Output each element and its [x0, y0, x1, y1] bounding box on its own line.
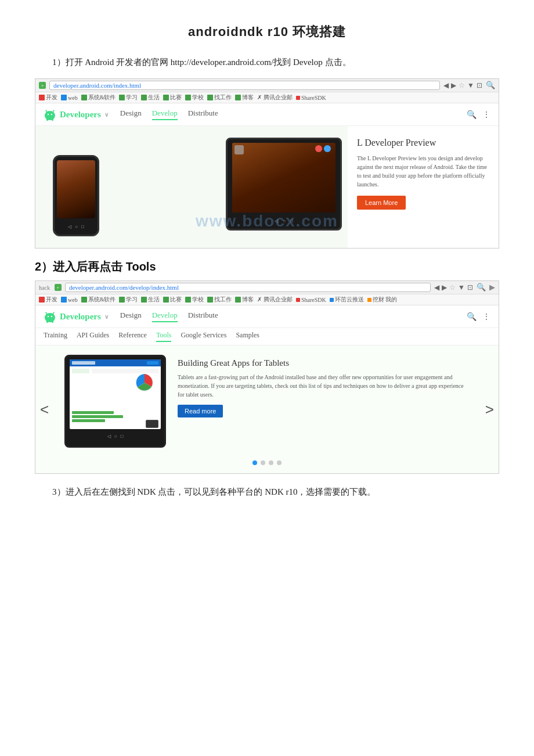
url-box-2[interactable]: developer.android.com/develop/index.html — [65, 283, 431, 292]
bookmark-blog-2[interactable]: 博客 — [235, 296, 254, 304]
menu-icon[interactable]: ▼ — [467, 81, 474, 90]
bookmark-learn-2[interactable]: 学习 — [119, 296, 138, 304]
svg-point-10 — [48, 316, 49, 317]
phone-screen-1 — [57, 160, 95, 218]
page-title: androidndk r10 环境搭建 — [35, 23, 499, 41]
hero-text-1: L Developer Preview The L Developer Prev… — [348, 126, 499, 248]
bookmark-life[interactable]: 生活 — [141, 93, 160, 102]
learn-more-button[interactable]: Learn More — [357, 196, 406, 210]
prev-button[interactable]: < — [40, 401, 49, 419]
hero-description-2: Tablets are a fast-growing part of the A… — [178, 373, 470, 399]
nav-forward-icon[interactable]: ▶ — [451, 81, 456, 90]
svg-rect-14 — [46, 321, 48, 323]
bookmark-sys-2[interactable]: 系统&软件 — [81, 296, 116, 304]
bookmark-work[interactable]: 找工作 — [207, 93, 232, 102]
svg-rect-15 — [52, 321, 53, 323]
browser-icons-1: ◀ ▶ ☆ ▼ ⊡ — [443, 81, 482, 90]
bookmark-wacai[interactable]: 挖财 我的 — [367, 296, 398, 304]
browser-bar-1: + developer.android.com/index.html ◀ ▶ ☆… — [35, 79, 499, 92]
dot-4[interactable] — [277, 460, 282, 465]
read-more-button[interactable]: Read more — [178, 405, 223, 417]
bookmark-star-icon[interactable]: ☆ — [459, 81, 465, 90]
step-2-heading: 2）进入后再点击 Tools — [35, 259, 499, 275]
pie-chart — [133, 371, 156, 394]
browser-icons-2: ◀ ▶ ☆ ▼ ⊡ — [434, 283, 473, 292]
dot-3[interactable] — [269, 460, 273, 465]
search-icon-2[interactable]: 🔍 — [477, 283, 486, 292]
bookmark-contest-2[interactable]: 比赛 — [163, 296, 182, 304]
dev-nav-1: Developers ∨ Design Develop Distribute 🔍… — [35, 103, 499, 126]
search-icon-nav-2[interactable]: 🔍 — [467, 312, 477, 322]
bookmark-dev-2[interactable]: 开发 — [39, 296, 57, 304]
url-box-1[interactable]: developer.android.com/index.html — [49, 81, 440, 90]
nav-back-icon[interactable]: ◀ — [443, 81, 449, 90]
nav-develop-2[interactable]: Develop — [152, 311, 178, 322]
tablet-screenshot-2: ◁ ○ □ — [64, 355, 166, 448]
developers-text-2: Developers — [60, 312, 101, 322]
svg-line-13 — [53, 312, 54, 314]
developers-text-1: Developers — [60, 110, 101, 120]
subnav-google-services[interactable]: Google Services — [181, 331, 226, 342]
bookmark-blog[interactable]: 博客 — [235, 93, 254, 102]
phone-home-bar: ◁○□ — [55, 222, 98, 232]
bookmarks-bar-2: 开发 web 系统&软件 学习 生活 比赛 学校 找工作 — [35, 294, 499, 305]
bookmark-web-2[interactable]: web — [61, 296, 78, 304]
android-icon-2 — [44, 310, 56, 323]
nav-distribute-2[interactable]: Distribute — [188, 311, 218, 322]
bookmark-star-icon-2[interactable]: ☆ — [449, 283, 456, 292]
hero-description-1: The L Developer Preview lets you design … — [357, 154, 489, 189]
bookmark-share-2[interactable]: ShareSDK — [296, 296, 326, 304]
bookmark-tencent[interactable]: ✗ 腾讯企业邮 — [257, 93, 293, 102]
svg-point-11 — [51, 316, 52, 317]
svg-point-3 — [51, 114, 52, 115]
bookmark-web[interactable]: web — [61, 93, 78, 102]
dot-2[interactable] — [261, 460, 265, 465]
nav-back-icon-2[interactable]: ◀ — [434, 283, 439, 292]
nav-forward-icon-2[interactable]: ▶ — [442, 283, 447, 292]
bookmark-sys[interactable]: 系统&软件 — [81, 93, 116, 102]
search-icon-1[interactable]: 🔍 — [486, 81, 495, 90]
bookmark-share[interactable]: ShareSDK — [296, 93, 326, 102]
more-icon-2[interactable]: ▶ — [489, 283, 495, 292]
next-button[interactable]: > — [485, 401, 494, 419]
bookmark-contest[interactable]: 比赛 — [163, 93, 182, 102]
developers-logo-2[interactable]: Developers ∨ — [44, 310, 109, 323]
dev-nav-links-1: Design Develop Distribute — [120, 109, 218, 120]
bookmark-school-2[interactable]: 学校 — [185, 296, 204, 304]
subnav-api-guides[interactable]: API Guides — [77, 331, 109, 342]
subnav-samples[interactable]: Samples — [236, 331, 259, 342]
bookmark-school[interactable]: 学校 — [185, 93, 204, 102]
favicon-2: + — [55, 284, 62, 291]
dev-nav-2: Developers ∨ Design Develop Distribute 🔍… — [35, 305, 499, 328]
more-menu-icon-1[interactable]: ⋮ — [482, 110, 490, 120]
bookmark-tencent-2[interactable]: ✗ 腾讯企业邮 — [257, 296, 293, 304]
hero-title-1: L Developer Preview — [357, 138, 489, 148]
browser-bar-2: hack + developer.android.com/develop/ind… — [35, 281, 499, 294]
android-icon-1 — [44, 108, 56, 121]
developers-logo-1[interactable]: Developers ∨ — [44, 108, 109, 121]
bookmark-life-2[interactable]: 生活 — [141, 296, 160, 304]
svg-line-4 — [46, 110, 47, 112]
hero-content-2: < — [35, 345, 499, 457]
more-menu-icon-2[interactable]: ⋮ — [482, 312, 490, 322]
bookmark-learn[interactable]: 学习 — [119, 93, 138, 102]
bookmark-huanzhuo[interactable]: 环茁云推送 — [330, 296, 364, 304]
nav-distribute-1[interactable]: Distribute — [188, 109, 218, 120]
screenshot-icon-2[interactable]: ⊡ — [467, 283, 473, 292]
nav-design-2[interactable]: Design — [120, 311, 142, 322]
subnav-tools[interactable]: Tools — [156, 331, 172, 342]
subnav-training[interactable]: Training — [44, 331, 67, 342]
svg-rect-6 — [46, 118, 48, 121]
nav-design-1[interactable]: Design — [120, 109, 142, 120]
screenshot-1: + developer.android.com/index.html ◀ ▶ ☆… — [35, 78, 499, 249]
menu-icon-2[interactable]: ▼ — [458, 283, 465, 292]
subnav-reference[interactable]: Reference — [118, 331, 147, 342]
screenshot-icon[interactable]: ⊡ — [477, 81, 482, 90]
bookmark-dev[interactable]: 开发 — [39, 93, 57, 102]
nav-develop-1[interactable]: Develop — [152, 109, 178, 120]
dot-1[interactable] — [252, 460, 257, 465]
dev-nav-right-2: 🔍 ⋮ — [467, 312, 490, 322]
bookmark-work-2[interactable]: 找工作 — [207, 296, 232, 304]
tablet-screen-content — [70, 359, 161, 429]
search-icon-nav-1[interactable]: 🔍 — [467, 110, 477, 120]
